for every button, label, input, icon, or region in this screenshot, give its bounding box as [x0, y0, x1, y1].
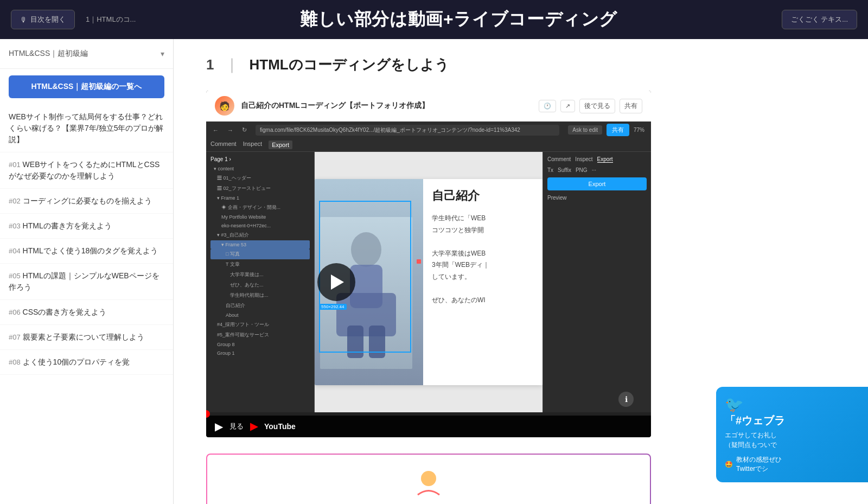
watch-label: 見る	[229, 422, 244, 431]
item-number-07: #07	[9, 333, 21, 341]
watch-later-btn[interactable]: 🕐	[539, 100, 556, 112]
youtube-logo: ▶	[250, 420, 258, 432]
pink-section	[206, 454, 651, 504]
size-label: 550×292.44	[319, 304, 347, 310]
play-button[interactable]	[317, 263, 355, 301]
item-number-04: #04	[9, 247, 21, 255]
twitter-sub-text: エゴサしてお礼し （疑問点もついで	[725, 430, 859, 450]
yt-actions: 🕐 ↗ 後で見る 共有	[539, 99, 642, 113]
sidebar-item-label-02: コーディングに必要なものを揃えよう	[23, 196, 152, 205]
page-label: Page 1 ›	[210, 156, 310, 162]
inspect-panel-tab[interactable]: Inspect	[575, 156, 592, 163]
png-label: PNG	[576, 167, 588, 173]
layer-gakusei[interactable]: 学生時代初期は...	[210, 290, 310, 301]
svg-point-0	[351, 232, 381, 267]
share-btn[interactable]: ↗	[560, 100, 575, 112]
layer-design[interactable]: ◈ 企画・デザイン・開発...	[210, 202, 310, 213]
sidebar-item-05[interactable]: #05 HTMLの課題｜シンプルなWEBページを作ろう	[0, 264, 173, 300]
layer-frame53[interactable]: ▾ Frame 53	[210, 240, 310, 249]
sidebar-header-title: HTML&CSS｜超初級編	[9, 49, 88, 59]
comment-tab[interactable]: Comment	[210, 141, 237, 149]
toc-button-label: 目次を開く	[30, 15, 66, 24]
figma-layers-panel: Page 1 › ▾ content ☰ 01_ヘッダー ☰ 02_ファーストビ…	[206, 152, 315, 412]
pink-section-content	[412, 468, 445, 500]
zoom-label: 77%	[634, 127, 644, 133]
video-preview: 🧑 自己紹介のHTMLコーディング【ポートフォリオ作成】 🕐 ↗ 後で見る 共有	[206, 91, 651, 437]
twitter-footer: 🤩 教材の感想ぜひ Twitterでシ	[725, 455, 859, 474]
toc-button[interactable]: 🎙 目次を開く	[11, 10, 75, 29]
layer-03[interactable]: ▾ #3_自己紹介	[210, 230, 310, 240]
figma-url[interactable]: figma.com/file/f8CK62MusitaOkyQ6hZk4fY02…	[256, 125, 559, 136]
play-pause-icon[interactable]: ▶	[215, 420, 223, 433]
portfolio-body: 学生時代に「WEB コツコツと独学開 大学卒業後はWEB 3年間「WEBディ｜ …	[432, 213, 534, 307]
svg-rect-4	[369, 326, 385, 358]
layer-02[interactable]: ☰ 02_ファーストビュー	[210, 183, 310, 194]
share-icon: ↗	[565, 103, 570, 109]
layer-text[interactable]: T 文章	[210, 259, 310, 270]
comment-panel-tab[interactable]: Comment	[547, 156, 571, 163]
layer-content[interactable]: ▾ content	[210, 164, 310, 173]
figma-right-panel: Comment Inspect Export Tx Suffix PNG ···…	[542, 152, 651, 412]
layer-frame1[interactable]: ▾ Frame 1	[210, 194, 310, 202]
portfolio-text-side: 自己紹介 学生時代に「WEB コツコツと独学開 大学卒業後はWEB 3年間「WE…	[423, 179, 542, 385]
twitter-logo-icon: 🐦	[725, 395, 859, 413]
watch-later-label[interactable]: 後で見る	[579, 99, 615, 113]
sidebar-item-04[interactable]: #04 HTMLでよく使う18個のタグを覚えよう	[0, 239, 173, 264]
emoji-icon: 🤩	[725, 461, 733, 468]
top-bar: 🎙 目次を開く 1｜HTMLのコ... 難しい部分は動画+ライブコーディング ご…	[0, 0, 868, 39]
chevron-down-icon[interactable]: ▾	[161, 49, 164, 58]
more-options-icon[interactable]: ···	[592, 167, 596, 173]
sidebar: HTML&CSS｜超初級編 ▾ HTML&CSS｜超初級編の一覧へ WEBサイト…	[0, 39, 174, 504]
sidebar-nav-button[interactable]: HTML&CSS｜超初級編の一覧へ	[9, 75, 164, 98]
ask-to-edit-btn[interactable]: Ask to edit	[568, 125, 602, 135]
export-options: Tx Suffix PNG ···	[547, 167, 647, 173]
layer-photo[interactable]: □ 写真	[210, 249, 310, 259]
timeline-bar[interactable]	[206, 412, 651, 416]
play-icon	[331, 275, 344, 290]
figma-toolbar: Comment Inspect Export	[206, 138, 651, 152]
layer-zehi[interactable]: ぜひ、あなた...	[210, 280, 310, 290]
tx-label: Tx	[547, 167, 553, 173]
export-button[interactable]: Export	[547, 177, 647, 190]
layer-jikoshoukai[interactable]: 自己紹介	[210, 301, 310, 311]
top-right-button[interactable]: ごくごく テキス...	[782, 10, 857, 29]
export-panel-tab[interactable]: Export	[597, 156, 613, 163]
layer-01[interactable]: ☰ 01_ヘッダー	[210, 173, 310, 183]
layer-05[interactable]: #5_案件可能なサービス	[210, 330, 310, 340]
item-number-06: #06	[9, 308, 21, 316]
suffix-label: Suffix	[558, 167, 571, 173]
figma-share-button[interactable]: 共有	[607, 124, 629, 136]
figma-file-bar: ← → ↻ figma.com/file/f8CK62MusitaOkyQ6hZ…	[206, 122, 651, 138]
sidebar-item-02[interactable]: #02 コーディングに必要なものを揃えよう	[0, 189, 173, 214]
layer-group8[interactable]: Group 8	[210, 340, 310, 349]
layer-portfolio[interactable]: My Portfolio Website	[210, 213, 310, 221]
figma-back-icon[interactable]: ←	[213, 127, 219, 133]
export-tab[interactable]: Export	[269, 141, 292, 149]
info-symbol: ℹ	[625, 395, 628, 404]
item-number-05: #05	[9, 272, 21, 280]
portfolio-title: 自己紹介	[432, 188, 534, 204]
yt-header: 🧑 自己紹介のHTMLコーディング【ポートフォリオ作成】 🕐 ↗ 後で見る 共有	[206, 91, 651, 122]
sidebar-item-06[interactable]: #06 CSSの書き方を覚えよう	[0, 300, 173, 325]
sidebar-header: HTML&CSS｜超初級編 ▾	[0, 39, 173, 69]
sidebar-item-intro[interactable]: WEBサイト制作って結局何をする仕事？どれくらい稼げる？【業界7年/独立5年のプ…	[0, 105, 173, 152]
sidebar-item-label-06: CSSの書き方を覚えよう	[23, 308, 107, 316]
figma-refresh-icon[interactable]: ↻	[242, 126, 247, 133]
sidebar-item-08[interactable]: #08 よく使う10個のプロパティを覚	[0, 350, 173, 375]
layer-daigaku[interactable]: 大学卒業後は...	[210, 270, 310, 280]
layer-group1[interactable]: Group 1	[210, 349, 310, 358]
sidebar-item-03[interactable]: #03 HTMLの書き方を覚えよう	[0, 214, 173, 239]
sidebar-item-01[interactable]: #01 WEBサイトをつくるためにHTMLとCSSがなぜ必要なのかを理解しよう	[0, 152, 173, 189]
inspect-tab[interactable]: Inspect	[243, 141, 262, 149]
preview-label: Preview	[547, 195, 647, 201]
layer-04[interactable]: #4_採用ソフト・ツール	[210, 320, 310, 330]
sidebar-item-07[interactable]: #07 親要素と子要素について理解しよう	[0, 325, 173, 350]
info-icon[interactable]: ℹ	[618, 392, 634, 407]
layer-about[interactable]: About	[210, 311, 310, 320]
figma-forward-icon[interactable]: →	[227, 127, 233, 133]
item-number-02: #02	[9, 197, 21, 205]
sidebar-item-label-07: 親要素と子要素について理解しよう	[23, 333, 144, 341]
share-label-btn[interactable]: 共有	[620, 99, 642, 113]
section-title: 1 ｜ HTMLのコーディングをしよう	[206, 55, 835, 74]
layer-eko[interactable]: eko-nesent-0+H72ec...	[210, 221, 310, 230]
